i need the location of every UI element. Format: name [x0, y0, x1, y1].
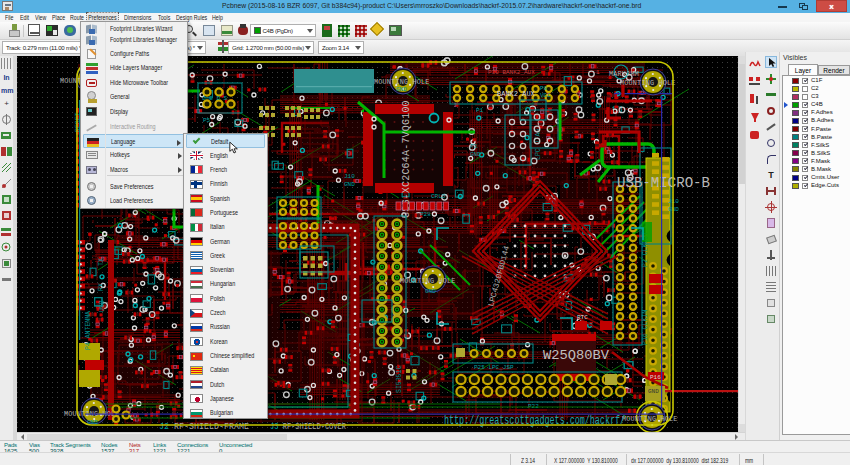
svg-text:MARK2MM: MARK2MM: [609, 70, 639, 78]
svg-text:1: 1: [596, 69, 600, 76]
svg-text:J2 RF-SHIELD-FRAME: J2 RF-SHIELD-FRAME: [159, 422, 249, 432]
svg-text:P22: P22: [528, 403, 539, 410]
svg-text:P1: P1: [476, 107, 484, 114]
svg-text:MOUNTING HOLE: MOUNTING HOLE: [374, 78, 430, 86]
svg-text:GND: GND: [396, 86, 407, 93]
svg-text:SI5351C: SI5351C: [396, 366, 403, 393]
svg-text:RTC: RTC: [577, 314, 588, 321]
svg-text:USB: USB: [99, 300, 106, 312]
svg-text:GND: GND: [648, 388, 659, 395]
svg-text:P28: P28: [420, 211, 431, 218]
svg-text:P8: P8: [540, 85, 548, 92]
svg-text:J3 RF-SHIELD-COVER: J3 RF-SHIELD-COVER: [270, 422, 346, 432]
svg-text:W25Q80BV: W25Q80BV: [543, 349, 610, 363]
svg-text:J10: J10: [344, 173, 355, 180]
svg-text:MOUNTING HOLE: MOUNTING HOLE: [400, 277, 456, 285]
svg-text:P30 BANK2_AUX: P30 BANK2_AUX: [488, 69, 535, 76]
svg-text:USB-MICRO-B: USB-MICRO-B: [617, 175, 710, 191]
svg-text:GSG-XC2C64A-7VQG100: GSG-XC2C64A-7VQG100: [401, 100, 412, 218]
svg-text:LPC JTAG: LPC JTAG: [535, 129, 542, 160]
svg-text:P16 CLKIN: P16 CLKIN: [642, 310, 649, 345]
svg-text:TX: TX: [98, 258, 105, 266]
svg-text:P25 LPC_JSP: P25 LPC_JSP: [474, 364, 514, 371]
svg-text:P4 ANTENNA: P4 ANTENNA: [85, 311, 92, 350]
svg-text:GND: GND: [470, 151, 481, 158]
svg-text:BANK2 AUX: BANK2 AUX: [497, 90, 536, 98]
svg-text:VCC: VCC: [540, 92, 551, 99]
svg-text:GND: GND: [344, 181, 355, 188]
svg-text:P5: P5: [203, 117, 211, 124]
svg-text:MOUNTING HOLE: MOUNTING HOLE: [620, 79, 676, 87]
svg-text:L E D S: L E D S: [202, 95, 228, 102]
svg-text:CPLD: CPLD: [431, 193, 446, 200]
svg-text:P16: P16: [650, 374, 661, 381]
svg-text:RX: RX: [98, 283, 105, 291]
svg-text:http://greatscottgadgets.com/h: http://greatscottgadgets.com/hackrf/: [444, 414, 625, 428]
svg-text:GND: GND: [425, 288, 436, 295]
svg-text:P3: P3: [470, 143, 478, 150]
